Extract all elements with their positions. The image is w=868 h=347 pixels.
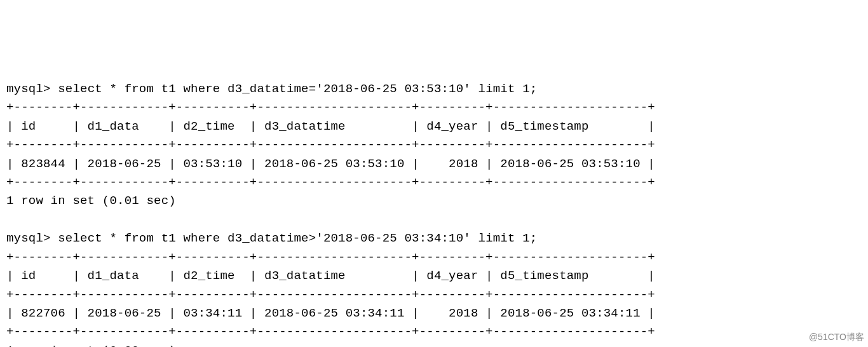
table-header: | id | d1_data | d2_time | d3_datatime |…	[6, 269, 655, 283]
table-border-bottom: +--------+------------+----------+------…	[6, 175, 655, 189]
table-row: | 823844 | 2018-06-25 | 03:53:10 | 2018-…	[6, 157, 655, 171]
table-header: | id | d1_data | d2_time | d3_datatime |…	[6, 119, 655, 133]
table-row: | 822706 | 2018-06-25 | 03:34:11 | 2018-…	[6, 306, 655, 320]
table-border-mid: +--------+------------+----------+------…	[6, 138, 655, 152]
result-footer: 1 row in set (0.01 sec)	[6, 194, 176, 208]
table-border-top: +--------+------------+----------+------…	[6, 100, 655, 114]
mysql-prompt: mysql>	[6, 231, 58, 245]
sql-query: select * from t1 where d3_datatime>'2018…	[58, 231, 537, 245]
table-border-bottom: +--------+------------+----------+------…	[6, 325, 655, 339]
result-footer: 1 row in set (0.00 sec)	[6, 344, 176, 347]
mysql-prompt: mysql>	[6, 82, 58, 96]
sql-query: select * from t1 where d3_datatime='2018…	[58, 82, 537, 96]
table-border-top: +--------+------------+----------+------…	[6, 250, 655, 264]
watermark: @51CTO博客	[809, 330, 864, 344]
table-border-mid: +--------+------------+----------+------…	[6, 288, 655, 302]
